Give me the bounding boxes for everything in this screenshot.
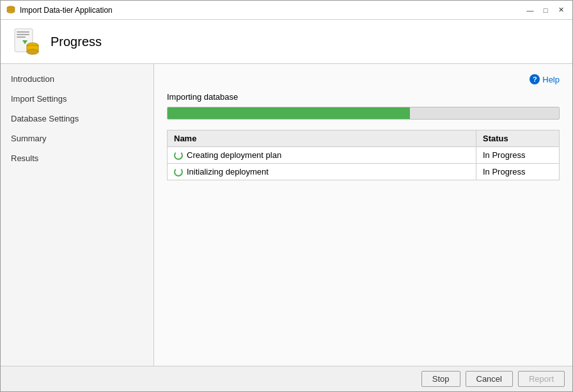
task-name-cell: Creating deployment plan <box>168 147 476 164</box>
minimize-button[interactable]: — <box>524 4 537 17</box>
svg-rect-6 <box>17 36 26 38</box>
progress-bar-fill <box>168 107 410 119</box>
task-table: Name Status Creating deployment plan In … <box>167 130 560 180</box>
help-row: ? Help <box>167 74 560 84</box>
task-name: Initializing deployment <box>187 167 269 176</box>
svg-rect-5 <box>17 34 29 35</box>
maximize-button[interactable]: □ <box>539 4 552 17</box>
report-button[interactable]: Report <box>518 371 565 387</box>
content-area: ? Help Importing database Name Status <box>154 64 572 366</box>
stop-button[interactable]: Stop <box>421 371 460 387</box>
app-window: Import Data-tier Application — □ ✕ Progr… <box>0 0 573 392</box>
task-name-cell: Initializing deployment <box>168 164 476 180</box>
spinner-icon <box>174 151 183 160</box>
task-name: Creating deployment plan <box>187 150 281 160</box>
help-button[interactable]: ? Help <box>530 74 560 84</box>
col-header-name: Name <box>168 130 476 147</box>
bottom-bar: Stop Cancel Report <box>1 366 572 391</box>
task-status-cell: In Progress <box>476 147 560 164</box>
window-controls: — □ ✕ <box>524 4 567 17</box>
sidebar-item-import-settings[interactable]: Import Settings <box>1 89 153 109</box>
sidebar: Introduction Import Settings Database Se… <box>1 64 154 366</box>
cancel-button[interactable]: Cancel <box>466 371 513 387</box>
wizard-title: Progress <box>51 35 102 49</box>
spinner-icon <box>174 168 183 176</box>
main-layout: Introduction Import Settings Database Se… <box>1 64 572 366</box>
close-button[interactable]: ✕ <box>554 4 567 17</box>
col-header-status: Status <box>476 130 560 147</box>
sidebar-item-results[interactable]: Results <box>1 148 153 168</box>
window-title: Import Data-tier Application <box>20 6 113 15</box>
wizard-header: Progress <box>1 20 572 64</box>
task-status-cell: In Progress <box>476 164 560 180</box>
sidebar-item-database-settings[interactable]: Database Settings <box>1 109 153 129</box>
wizard-icon <box>11 26 42 57</box>
section-label: Importing database <box>167 92 560 102</box>
svg-rect-4 <box>17 31 29 33</box>
table-row: Initializing deployment In Progress <box>168 164 560 180</box>
help-label: Help <box>542 75 560 84</box>
svg-point-2 <box>7 10 15 13</box>
svg-point-9 <box>27 49 38 54</box>
sidebar-item-introduction[interactable]: Introduction <box>1 69 153 89</box>
table-row: Creating deployment plan In Progress <box>168 147 560 164</box>
app-icon <box>6 5 16 15</box>
help-icon: ? <box>530 74 540 84</box>
table-header-row: Name Status <box>168 130 560 147</box>
progress-bar-container <box>167 107 560 120</box>
sidebar-item-summary[interactable]: Summary <box>1 129 153 148</box>
title-bar: Import Data-tier Application — □ ✕ <box>1 1 572 20</box>
title-bar-left: Import Data-tier Application <box>6 5 113 15</box>
